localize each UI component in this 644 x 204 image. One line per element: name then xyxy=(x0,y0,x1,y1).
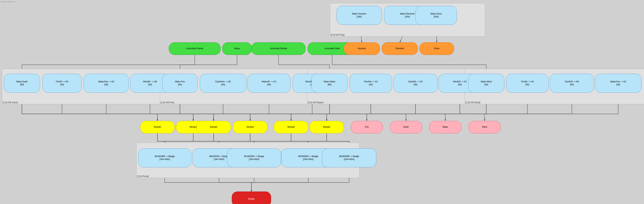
wind-elem-node[interactable]: Wind xyxy=(468,121,501,133)
c18-gr-wind-label: [C18 GR Wind] xyxy=(466,101,480,104)
c18-gr-water-label: [C18 GR Water] xyxy=(308,101,324,104)
badge-node[interactable]: Badge xyxy=(232,192,271,204)
medal6-node[interactable]: Medal6 xyxy=(274,121,308,133)
fire-el-h5-node[interactable]: Fire/El -> H5 [4h] xyxy=(42,74,82,93)
earth-elem-node[interactable]: Earth xyxy=(390,121,422,133)
make-earth-node[interactable]: Make Earth [8h] xyxy=(4,74,40,93)
badge-m2m3m6-node[interactable]: M2/M3/M6 -> Badge [24m-60m] xyxy=(322,148,376,167)
earth-el-h6-node[interactable]: Earth/El -> H6 [4h] xyxy=(550,74,594,93)
fire-er-h4-node[interactable]: Fire/Er -> H4 [4h] xyxy=(506,74,548,93)
c18-gr-earth-label: [C18 GR Earth] xyxy=(3,101,18,104)
badge-m1m2m3-node[interactable]: M1/M2/M3 -> Badge [24m-60m] xyxy=(227,148,281,167)
badge-m1m4m5-node[interactable]: M1/M4/M5 -> Badge [24m-60m] xyxy=(138,148,191,167)
make-water-node[interactable]: Make Water [8h] xyxy=(312,74,348,93)
elves-node[interactable]: Elves xyxy=(420,42,454,55)
make-wind-node[interactable]: Make Wind [4h] xyxy=(468,74,504,93)
c18-portal-label: [C18 Portal] xyxy=(137,175,149,178)
elevenar-node[interactable]: Elevenar xyxy=(382,42,418,55)
make-humans-node[interactable]: Make Humans [24h] xyxy=(336,6,382,25)
medal4-node[interactable]: Medal4 xyxy=(196,121,231,133)
water-hm-h3-node[interactable]: Water/Hm -> H3 [4h] xyxy=(84,74,129,93)
water-er-h1-node[interactable]: Water/Er -> H1 [4h] xyxy=(248,74,290,93)
humans-node[interactable]: Humans xyxy=(344,42,380,55)
make-fire-node[interactable]: Make Fire [4h] xyxy=(162,74,198,93)
c18-gr-fire-label: [C18 GR Fire] xyxy=(160,101,174,104)
c18-gr-pop-label: [C18 GR Pop] xyxy=(331,34,344,36)
fire-elem-node[interactable]: Fire xyxy=(351,121,383,133)
watermark: minimax game.com xyxy=(1,1,15,2)
mana-node[interactable]: Mana xyxy=(222,42,252,55)
earth-hm-h5-node[interactable]: Earth/Hm -> H5 [4h] xyxy=(200,74,246,93)
medal5-node[interactable]: Medal5 xyxy=(140,121,175,133)
water-hm-h2-node[interactable]: Water/Hm -> H2 [4h] xyxy=(595,74,642,93)
earth-er-h3-node[interactable]: Earth/Er -> H3 [4h] xyxy=(394,74,438,93)
ascended-marble-node[interactable]: Ascended Marble xyxy=(252,42,306,55)
medal2-node[interactable]: Medal2 xyxy=(310,121,344,133)
fire-hm-h1-node[interactable]: Fire/Hm -> H1 [4h] xyxy=(350,74,392,93)
water-elem-node[interactable]: Water xyxy=(429,121,462,133)
make-elves-node[interactable]: Make Elves [24h] xyxy=(416,6,457,25)
ascended-planks-node[interactable]: Ascended Planks xyxy=(169,42,220,55)
medal3-node[interactable]: Medal3 xyxy=(233,121,268,133)
